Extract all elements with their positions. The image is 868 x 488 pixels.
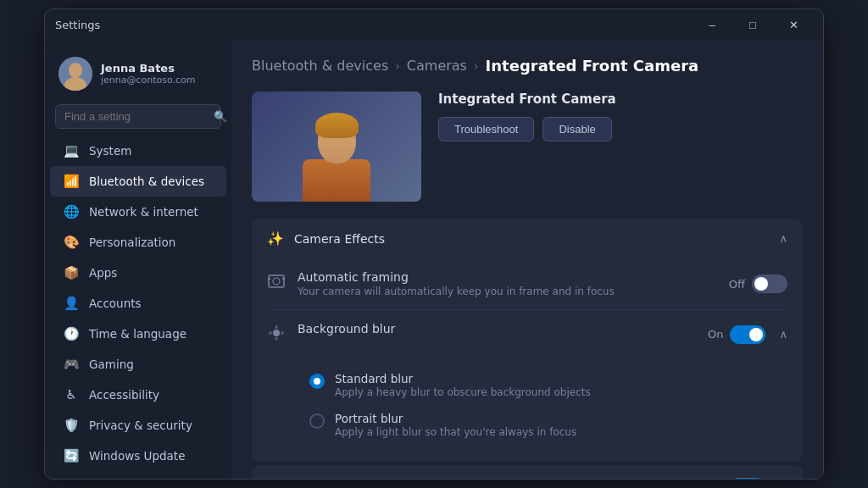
auto-framing-text: Automatic framing Your camera will autom… <box>298 270 615 297</box>
sidebar-item-accessibility[interactable]: ♿ Accessibility <box>50 380 226 410</box>
standard-blur-desc: Apply a heavy blur to obscure background… <box>335 386 591 398</box>
auto-framing-row: Automatic framing Your camera will autom… <box>267 258 787 309</box>
nav-label-time: Time & language <box>89 327 186 341</box>
sidebar-item-time[interactable]: 🕐 Time & language <box>50 319 226 349</box>
section-camera-effects-header[interactable]: ✨ Camera Effects ∧ <box>252 219 803 258</box>
window-controls: – □ ✕ <box>693 12 813 37</box>
main-content: Bluetooth & devices › Cameras › Integrat… <box>231 40 823 479</box>
profile-name: Jenna Bates <box>101 62 196 75</box>
disable-button[interactable]: Disable <box>542 117 611 141</box>
eye-contact-toggle[interactable] <box>730 478 765 479</box>
portrait-blur-radio[interactable] <box>309 413 325 429</box>
page-title: Integrated Front Camera <box>486 57 699 75</box>
nav-icon-time: 🕐 <box>64 326 79 341</box>
auto-framing-right: Off <box>729 274 787 293</box>
nav-icon-gaming: 🎮 <box>64 357 79 372</box>
camera-section: Integrated Front Camera Troubleshoot Dis… <box>252 92 803 202</box>
camera-effects-label: Camera Effects <box>294 232 385 246</box>
svg-point-8 <box>275 325 278 329</box>
svg-point-4 <box>273 278 280 285</box>
standard-blur-radio[interactable] <box>309 374 325 389</box>
search-box[interactable]: 🔍 <box>55 104 221 129</box>
portrait-blur-name: Portrait blur <box>335 412 576 425</box>
section-eye-contact-header[interactable]: Eye contact On ∧ <box>252 465 803 479</box>
bg-blur-text: Background blur <box>298 322 395 336</box>
nav-label-network: Network & internet <box>89 205 198 219</box>
nav-icon-accessibility: ♿ <box>64 387 79 402</box>
person-figure <box>303 117 370 202</box>
nav-icon-accounts: 👤 <box>64 296 79 311</box>
person-body <box>303 159 370 202</box>
nav-list: 💻 System 📶 Bluetooth & devices 🌐 Network… <box>45 136 231 471</box>
camera-preview <box>252 92 421 202</box>
window-content: Jenna Bates jenna@contoso.com 🔍 💻 System… <box>45 40 823 479</box>
eye-contact-icon <box>267 477 284 479</box>
nav-label-update: Windows Update <box>89 449 185 463</box>
auto-framing-toggle[interactable] <box>752 274 787 293</box>
section-camera-effects: ✨ Camera Effects ∧ <box>252 219 803 462</box>
sidebar-item-privacy[interactable]: 🛡️ Privacy & security <box>50 410 226 441</box>
svg-rect-5 <box>268 278 270 280</box>
camera-info: Integrated Front Camera Troubleshoot Dis… <box>438 92 803 141</box>
bg-blur-right: On ∧ <box>708 325 787 344</box>
troubleshoot-button[interactable]: Troubleshoot <box>438 117 534 141</box>
nav-icon-system: 💻 <box>64 143 79 158</box>
breadcrumb-bluetooth[interactable]: Bluetooth & devices <box>252 58 388 74</box>
portrait-blur-option[interactable]: Portrait blur Apply a light blur so that… <box>309 405 772 445</box>
nav-label-system: System <box>89 144 131 158</box>
bg-blur-row: Background blur On ∧ <box>267 309 787 358</box>
breadcrumb-cameras[interactable]: Cameras <box>407 58 467 74</box>
svg-point-9 <box>275 337 278 341</box>
svg-point-11 <box>281 331 284 335</box>
titlebar: Settings – □ ✕ <box>45 9 823 40</box>
breadcrumb-sep-1: › <box>395 59 400 73</box>
standard-blur-name: Standard blur <box>335 372 591 385</box>
portrait-blur-desc: Apply a light blur so that you're always… <box>335 426 576 438</box>
sidebar-item-personalization[interactable]: 🎨 Personalization <box>50 227 226 258</box>
standard-blur-option[interactable]: Standard blur Apply a heavy blur to obsc… <box>309 365 772 405</box>
bg-blur-icon <box>267 324 286 347</box>
standard-blur-text: Standard blur Apply a heavy blur to obsc… <box>335 372 591 398</box>
nav-label-apps: Apps <box>89 266 117 280</box>
search-input[interactable] <box>64 110 207 123</box>
section-camera-effects-title-area: ✨ Camera Effects <box>267 230 385 247</box>
avatar <box>58 57 92 91</box>
close-button[interactable]: ✕ <box>774 12 813 37</box>
svg-rect-6 <box>282 278 285 280</box>
nav-label-accessibility: Accessibility <box>89 388 159 402</box>
breadcrumb: Bluetooth & devices › Cameras › Integrat… <box>252 57 803 75</box>
minimize-button[interactable]: – <box>693 12 732 37</box>
person-head <box>318 117 356 164</box>
search-icon: 🔍 <box>214 110 227 123</box>
bg-blur-left: Background blur <box>267 322 395 347</box>
nav-label-personalization: Personalization <box>89 236 175 249</box>
nav-icon-personalization: 🎨 <box>64 235 79 250</box>
maximize-button[interactable]: □ <box>733 12 772 37</box>
camera-name: Integrated Front Camera <box>438 92 803 107</box>
nav-icon-bluetooth: 📶 <box>64 174 79 189</box>
eye-contact-toggle-area: On ∧ <box>708 478 787 479</box>
camera-effects-chevron: ∧ <box>779 232 787 245</box>
sidebar-item-accounts[interactable]: 👤 Accounts <box>50 288 226 319</box>
bg-blur-toggle-label: On <box>708 328 723 341</box>
sidebar-item-system[interactable]: 💻 System <box>50 136 226 166</box>
section-camera-effects-body: Automatic framing Your camera will autom… <box>252 258 803 462</box>
nav-icon-apps: 📦 <box>64 265 79 280</box>
person-hair <box>315 113 359 138</box>
settings-window: Settings – □ ✕ Jenna Bates je <box>44 8 824 480</box>
section-eye-contact: Eye contact On ∧ Standard Make eye conta… <box>252 465 803 479</box>
bg-blur-toggle[interactable] <box>730 325 765 344</box>
sidebar-item-gaming[interactable]: 🎮 Gaming <box>50 349 226 380</box>
bg-blur-sub-options: Standard blur Apply a heavy blur to obsc… <box>267 358 787 455</box>
sidebar-item-network[interactable]: 🌐 Network & internet <box>50 197 226 227</box>
camera-actions: Troubleshoot Disable <box>438 117 803 141</box>
camera-effects-icon: ✨ <box>267 230 284 247</box>
sidebar-item-apps[interactable]: 📦 Apps <box>50 258 226 288</box>
breadcrumb-sep-2: › <box>474 59 479 73</box>
auto-framing-toggle-label: Off <box>729 278 745 291</box>
sidebar-item-update[interactable]: 🔄 Windows Update <box>50 441 226 471</box>
auto-framing-name: Automatic framing <box>298 270 615 284</box>
sidebar-item-bluetooth[interactable]: 📶 Bluetooth & devices <box>50 166 226 197</box>
svg-point-10 <box>269 331 272 335</box>
user-profile[interactable]: Jenna Bates jenna@contoso.com <box>45 47 231 104</box>
